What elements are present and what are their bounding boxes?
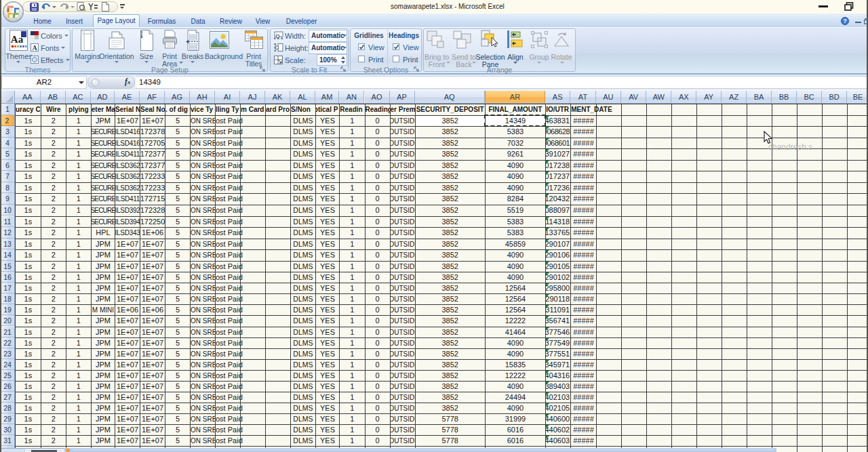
svg-text:A: A (32, 44, 37, 52)
svg-text:?: ? (843, 18, 847, 24)
svg-text:Aa: Aa (11, 34, 24, 45)
